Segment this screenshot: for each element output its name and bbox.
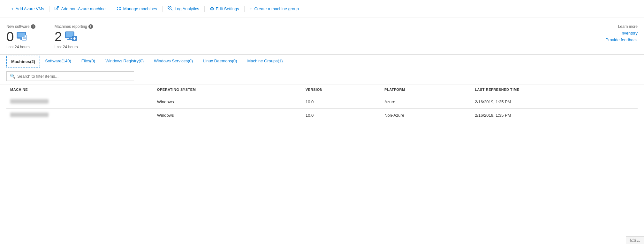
os-cell-1: Windows [153, 95, 302, 109]
add-azure-vms-button[interactable]: + Add Azure VMs [6, 4, 49, 13]
new-software-info-icon[interactable]: i [31, 24, 35, 29]
svg-rect-15 [69, 38, 71, 39]
search-input[interactable] [17, 74, 131, 79]
machines-table: MACHINE OPERATING SYSTEM VERSION PLATFOR… [6, 84, 638, 122]
tab-machine-groups[interactable]: Machine Groups(1) [242, 55, 288, 68]
machine-name-cell-2 [6, 109, 153, 122]
machines-reporting-stat: Machines reporting i 2 Last 24 hours [55, 24, 93, 49]
machines-reporting-info-icon[interactable]: i [88, 24, 93, 29]
machine-name-blurred-2 [10, 113, 49, 117]
machines-reporting-count: 2 [55, 30, 62, 43]
toolbar-divider [49, 6, 49, 12]
new-software-icon [16, 31, 28, 43]
inventory-link[interactable]: Inventory [621, 31, 638, 35]
table-row[interactable]: Windows 10.0 Azure 2/16/2019, 1:35 PM [6, 95, 638, 109]
machines-reporting-sublabel: Last 24 hours [55, 45, 93, 49]
svg-rect-16 [67, 39, 72, 40]
platform-cell-2: Non-Azure [381, 109, 471, 122]
search-section: 🔍 [0, 68, 644, 84]
provide-feedback-link[interactable]: Provide feedback [606, 37, 638, 42]
toolbar: + Add Azure VMs Add non-Azure machine Ma… [0, 0, 644, 18]
tab-machines[interactable]: Machines(2) [6, 56, 40, 67]
search-icon: 🔍 [10, 74, 15, 79]
version-cell-2: 10.0 [302, 109, 381, 122]
tab-files[interactable]: Files(0) [76, 55, 100, 68]
plus-icon-2: + [250, 6, 253, 12]
gear-icon: ⚙ [210, 6, 214, 12]
col-version: VERSION [302, 84, 381, 95]
new-software-sublabel: Last 24 hours [6, 45, 35, 49]
col-os: OPERATING SYSTEM [153, 84, 302, 95]
manage-machines-button[interactable]: Manage machines [112, 4, 162, 13]
tab-windows-registry[interactable]: Windows Registry(0) [100, 55, 149, 68]
stats-section: New software i 0 Last 24 ho [0, 18, 644, 55]
machine-name-cell-1 [6, 95, 153, 109]
new-software-stat: New software i 0 Last 24 ho [6, 24, 35, 49]
toolbar-divider-3 [162, 6, 163, 12]
analytics-icon [168, 6, 173, 12]
manage-icon [116, 6, 121, 12]
toolbar-divider-5 [244, 6, 245, 12]
log-analytics-button[interactable]: Log Analytics [163, 4, 204, 14]
table-row[interactable]: Windows 10.0 Non-Azure 2/16/2019, 1:35 P… [6, 109, 638, 122]
new-software-count: 0 [6, 30, 14, 43]
add-non-azure-button[interactable]: Add non-Azure machine [50, 4, 110, 13]
edit-settings-button[interactable]: ⚙ Edit Settings [205, 4, 244, 14]
tab-software[interactable]: Software(140) [40, 55, 76, 68]
toolbar-divider-4 [204, 6, 205, 12]
machines-reporting-icon [64, 31, 77, 43]
tab-linux-daemons[interactable]: Linux Daemons(0) [198, 55, 242, 68]
svg-line-3 [171, 9, 172, 10]
learn-more-label: Learn more [618, 24, 638, 29]
col-platform: PLATFORM [381, 84, 471, 95]
version-cell-1: 10.0 [302, 95, 381, 109]
machine-name-blurred-1 [10, 99, 49, 104]
os-cell-2: Windows [153, 109, 302, 122]
table-header-row: MACHINE OPERATING SYSTEM VERSION PLATFOR… [6, 84, 638, 95]
tabs-bar: Machines(2) Software(140) Files(0) Windo… [0, 55, 644, 68]
plus-icon: + [11, 6, 14, 12]
toolbar-divider-2 [111, 6, 111, 12]
col-machine: MACHINE [6, 84, 153, 95]
last-refreshed-cell-2: 2/16/2019, 1:35 PM [471, 109, 638, 122]
external-link-icon [55, 6, 59, 12]
search-wrapper[interactable]: 🔍 [6, 71, 134, 81]
svg-rect-9 [22, 35, 25, 37]
platform-cell-1: Azure [381, 95, 471, 109]
tab-windows-services[interactable]: Windows Services(0) [149, 55, 198, 68]
col-last-refreshed: LAST REFRESHED TIME [471, 84, 638, 95]
create-machine-group-button[interactable]: + Create a machine group [245, 4, 303, 13]
table-section: MACHINE OPERATING SYSTEM VERSION PLATFOR… [0, 84, 644, 122]
right-links: Learn more Inventory Provide feedback [606, 24, 638, 42]
last-refreshed-cell-1: 2/16/2019, 1:35 PM [471, 95, 638, 109]
